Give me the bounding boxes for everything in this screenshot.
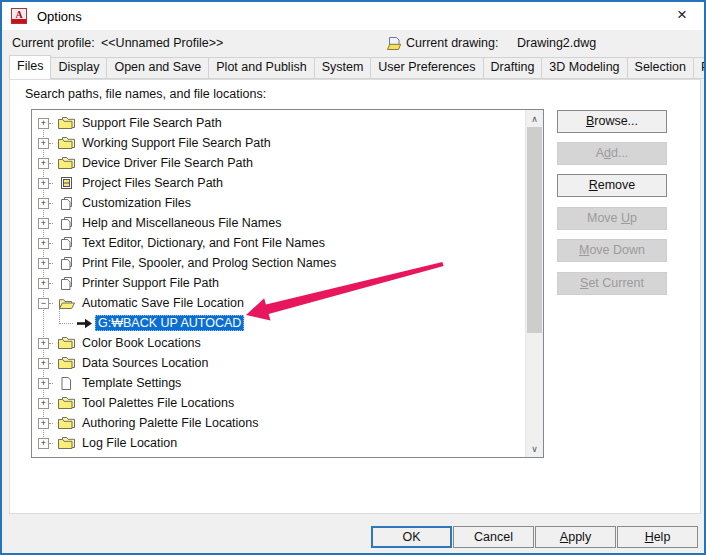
tree-item-label: Support File Search Path [79,115,225,131]
scrollbar-thumb[interactable] [527,127,542,333]
documents-icon [53,216,79,231]
tab-strip: FilesDisplayOpen and SavePlot and Publis… [9,57,697,79]
vertical-scrollbar[interactable]: ∧ ∨ [525,110,543,457]
document-icon [53,376,79,391]
tab-files[interactable]: Files [9,55,51,79]
collapse-icon[interactable]: − [38,298,49,309]
move-down-button: Move Down [557,239,667,262]
file-locations-tree: +Support File Search Path+Working Suppor… [32,110,526,457]
tab-profiles[interactable]: Profiles [694,57,706,79]
expand-icon[interactable]: + [38,398,49,409]
move-up-button: Move Up [557,207,667,230]
open-folder-icon [53,296,79,310]
tab-display[interactable]: Display [51,57,107,79]
expand-icon[interactable]: + [38,418,49,429]
expand-icon[interactable]: + [38,238,49,249]
tree-item-label: Template Settings [79,375,184,391]
tree-item-label: Log File Location [79,435,180,451]
tree-item-color-book-locations[interactable]: +Color Book Locations [32,333,526,353]
tree-item-support-file-search-path[interactable]: +Support File Search Path [32,113,526,133]
tree-item-g-back-up-autocad[interactable]: G:₩BACK UP AUTOCAD [32,313,526,333]
documents-icon [53,276,79,291]
current-drawing-label: Current drawing: [406,36,498,50]
tree-item-text-editor-dictionary-and-font-file-names[interactable]: +Text Editor, Dictionary, and Font File … [32,233,526,253]
title-bar: A Options × [2,2,704,30]
stacked-folders-icon [53,396,79,410]
stacked-folders-icon [53,336,79,350]
remove-button[interactable]: Remove [557,174,667,197]
expand-icon[interactable]: + [38,158,49,169]
tree-item-label: Working Support File Search Path [79,135,274,151]
tab-drafting[interactable]: Drafting [484,57,543,79]
tree-item-help-and-miscellaneous-file-names[interactable]: +Help and Miscellaneous File Names [32,213,526,233]
expand-icon[interactable]: + [38,178,49,189]
current-profile-value: <<Unnamed Profile>> [101,36,223,50]
current-drawing-value: Drawing2.dwg [517,36,596,50]
tree-item-printer-support-file-path[interactable]: +Printer Support File Path [32,273,526,293]
tree-item-log-file-location[interactable]: +Log File Location [32,433,526,453]
tab-plot-and-publish[interactable]: Plot and Publish [209,57,314,79]
tree-item-label: Tool Palettes File Locations [79,395,237,411]
expand-icon[interactable]: + [38,378,49,389]
tree-item-label: Authoring Palette File Locations [79,415,262,431]
tree-item-label: Project Files Search Path [79,175,226,191]
expand-icon[interactable]: + [38,198,49,209]
tab-selection[interactable]: Selection [628,57,694,79]
options-dialog: A Options × Current profile: <<Unnamed P… [0,0,706,555]
tree-item-label: Color Book Locations [79,335,204,351]
scroll-up-icon[interactable]: ∧ [526,110,543,127]
tab-user-preferences[interactable]: User Preferences [371,57,483,79]
tab-open-and-save[interactable]: Open and Save [107,57,209,79]
tab-3d-modeling[interactable]: 3D Modeling [542,57,627,79]
ok-button[interactable]: OK [371,526,452,548]
file-locations-listbox: +Support File Search Path+Working Suppor… [31,109,544,458]
expand-icon[interactable]: + [38,358,49,369]
cancel-button[interactable]: Cancel [453,526,534,548]
tree-item-label: Data Sources Location [79,355,211,371]
expand-icon[interactable]: + [38,278,49,289]
tree-item-customization-files[interactable]: +Customization Files [32,193,526,213]
documents-icon [53,196,79,211]
tree-item-label: Print File, Spooler, and Prolog Section … [79,255,339,271]
expand-icon[interactable]: + [38,218,49,229]
autocad-app-icon: A [11,8,27,24]
expand-icon[interactable]: + [38,138,49,149]
browse-button[interactable]: Browse... [557,110,667,133]
tree-item-authoring-palette-file-locations[interactable]: +Authoring Palette File Locations [32,413,526,433]
help-button[interactable]: Help [617,526,698,548]
tree-item-label: Automatic Save File Location [79,295,247,311]
stacked-folders-icon [53,136,79,150]
stacked-folders-icon [53,416,79,430]
tab-system[interactable]: System [315,57,372,79]
expand-icon[interactable]: + [38,438,49,449]
documents-icon [53,236,79,251]
current-profile-label: Current profile: [12,36,95,50]
path-arrow-icon [73,318,95,329]
stacked-folders-icon [53,156,79,170]
expand-icon[interactable]: + [38,338,49,349]
tree-item-automatic-save-file-location[interactable]: −Automatic Save File Location [32,293,526,313]
scroll-down-icon[interactable]: ∨ [526,440,543,457]
set-current-button: Set Current [557,272,667,295]
close-icon[interactable]: × [660,2,704,30]
tree-item-template-settings[interactable]: +Template Settings [32,373,526,393]
tree-item-device-driver-file-search-path[interactable]: +Device Driver File Search Path [32,153,526,173]
tree-item-data-sources-location[interactable]: +Data Sources Location [32,353,526,373]
tree-item-tool-palettes-file-locations[interactable]: +Tool Palettes File Locations [32,393,526,413]
tree-item-label: Text Editor, Dictionary, and Font File N… [79,235,328,251]
stacked-folders-icon [53,356,79,370]
expand-icon[interactable]: + [38,118,49,129]
tree-item-working-support-file-search-path[interactable]: +Working Support File Search Path [32,133,526,153]
project-files-icon [53,176,79,190]
apply-button[interactable]: Apply [535,526,616,548]
tree-item-label: Device Driver File Search Path [79,155,256,171]
stacked-folders-icon [53,116,79,130]
expand-icon[interactable]: + [38,258,49,269]
tree-item-label: Help and Miscellaneous File Names [79,215,284,231]
tree-item-project-files-search-path[interactable]: +Project Files Search Path [32,173,526,193]
documents-icon [53,256,79,271]
tree-item-label: Customization Files [79,195,194,211]
stacked-folders-icon [53,436,79,450]
search-paths-label: Search paths, file names, and file locat… [25,87,266,101]
tree-item-print-file-spooler-and-prolog-section-names[interactable]: +Print File, Spooler, and Prolog Section… [32,253,526,273]
